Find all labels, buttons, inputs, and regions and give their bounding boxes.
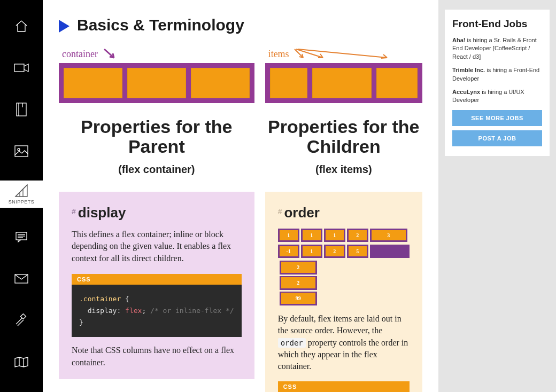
hash-icon: # xyxy=(278,207,282,216)
section-heading: Basics & Terminology xyxy=(59,16,422,34)
order-panel: # order 1 1 1 2 3 -1 1 2 5 xyxy=(265,192,422,392)
diagram-label-text: container xyxy=(62,49,98,60)
display-note: Note that CSS columns have no effect on … xyxy=(72,344,242,369)
column-parent: container Properties for the Parent (fle… xyxy=(59,48,254,392)
svg-rect-13 xyxy=(21,314,26,319)
items-diagram xyxy=(265,63,422,103)
container-diagram xyxy=(59,63,254,103)
left-nav: HOME SNIPPETS xyxy=(0,0,43,392)
nav-jobs[interactable] xyxy=(0,308,43,333)
jobs-icon xyxy=(14,313,28,327)
order-cell: 5 xyxy=(347,245,368,258)
order-cell: 3 xyxy=(370,229,407,242)
svg-rect-1 xyxy=(17,103,26,116)
section-title: Basics & Terminology xyxy=(77,16,244,34)
code-label: CSS xyxy=(72,274,242,285)
code-content: .container { display: flex; /* or inline… xyxy=(72,285,242,337)
diagram-item xyxy=(64,68,122,98)
order-desc: By default, flex items are laid out in t… xyxy=(278,313,410,373)
diagram-item xyxy=(376,68,418,98)
diagram-label-text: items xyxy=(268,49,289,60)
column-children: items Properties for the Children (flex … xyxy=(265,48,422,392)
parent-heading: Properties for the Parent xyxy=(59,117,254,157)
order-row: 1 1 1 2 3 xyxy=(278,229,410,242)
children-heading: Properties for the Children xyxy=(265,117,422,157)
display-desc: This defines a flex container; inline or… xyxy=(72,229,242,264)
code-block: CSS .container { display: flex; /* or in… xyxy=(72,274,242,337)
diagram-item xyxy=(312,68,372,98)
order-cell: 2 xyxy=(324,245,345,258)
forums-icon xyxy=(15,231,28,243)
nav-home[interactable]: HOME xyxy=(0,14,43,38)
order-diagram: 1 1 1 2 3 -1 1 2 5 2 2 xyxy=(278,229,410,305)
jobs-card: Front-End Jobs Aha! is hiring a Sr. Rail… xyxy=(445,10,550,156)
order-cell: -1 xyxy=(278,245,299,258)
diagram-label-items: items xyxy=(268,48,422,60)
see-more-jobs-button[interactable]: SEE MORE JOBS xyxy=(452,110,542,126)
code-block: CSS xyxy=(278,381,410,392)
newsletter-icon xyxy=(14,274,28,284)
home-icon xyxy=(14,20,28,33)
svg-point-5 xyxy=(18,148,20,151)
svg-line-15 xyxy=(18,320,24,326)
order-cell: 1 xyxy=(301,229,322,242)
order-cell: 1 xyxy=(324,229,345,242)
diagram-item xyxy=(191,68,250,98)
job-listing[interactable]: Trimble Inc. is hiring a Front-End Devel… xyxy=(452,66,542,83)
order-cell: 1 xyxy=(301,245,322,258)
display-title: display xyxy=(78,205,126,221)
right-sidebar: Front-End Jobs Aha! is hiring a Sr. Rail… xyxy=(438,0,556,392)
videos-icon xyxy=(14,62,29,73)
order-cell: 99 xyxy=(280,292,317,305)
guides-icon xyxy=(14,356,29,368)
parent-subhead: (flex container) xyxy=(59,163,254,176)
section-triangle-icon xyxy=(59,20,70,33)
main-content: Basics & Terminology container Propertie… xyxy=(43,0,438,392)
order-cell: 1 xyxy=(278,229,299,242)
code-label: CSS xyxy=(278,381,410,392)
order-cell: 2 xyxy=(280,261,317,275)
order-col: 2 2 99 xyxy=(278,261,317,305)
nav-videos[interactable] xyxy=(0,56,43,80)
diagram-label-container: container xyxy=(62,48,254,60)
gallery-icon xyxy=(14,145,28,157)
svg-rect-4 xyxy=(15,146,28,156)
order-title: order xyxy=(284,205,319,221)
svg-rect-0 xyxy=(14,64,24,72)
jobs-title: Front-End Jobs xyxy=(452,18,542,30)
nav-forums[interactable] xyxy=(0,225,43,249)
order-cell: 2 xyxy=(280,276,317,290)
nav-snippets[interactable]: SNIPPETS xyxy=(0,181,43,208)
nav-almanac[interactable] xyxy=(0,97,43,122)
job-listing[interactable]: Aha! is hiring a Sr. Rails & Front End D… xyxy=(452,36,542,61)
almanac-icon xyxy=(16,102,27,117)
job-listing[interactable]: AccuLynx is hiring a UI/UX Developer xyxy=(452,88,542,105)
multi-arrow-icon xyxy=(294,48,400,60)
order-cell: 2 xyxy=(347,229,368,242)
snippets-icon xyxy=(14,184,28,198)
nav-guides[interactable] xyxy=(0,350,43,374)
nav-gallery[interactable] xyxy=(0,139,43,163)
diagram-item xyxy=(127,68,186,98)
arrow-down-icon xyxy=(102,48,118,60)
nav-newsletter[interactable] xyxy=(0,266,43,291)
display-panel: # display This defines a flex container;… xyxy=(59,192,254,379)
order-filler xyxy=(370,245,410,258)
diagram-item xyxy=(270,68,307,98)
svg-line-14 xyxy=(16,318,22,324)
post-a-job-button[interactable]: POST A JOB xyxy=(452,130,542,146)
nav-label: SNIPPETS xyxy=(9,199,35,205)
hash-icon: # xyxy=(72,207,76,216)
children-subhead: (flex items) xyxy=(265,163,422,176)
order-row: -1 1 2 5 xyxy=(278,245,410,258)
